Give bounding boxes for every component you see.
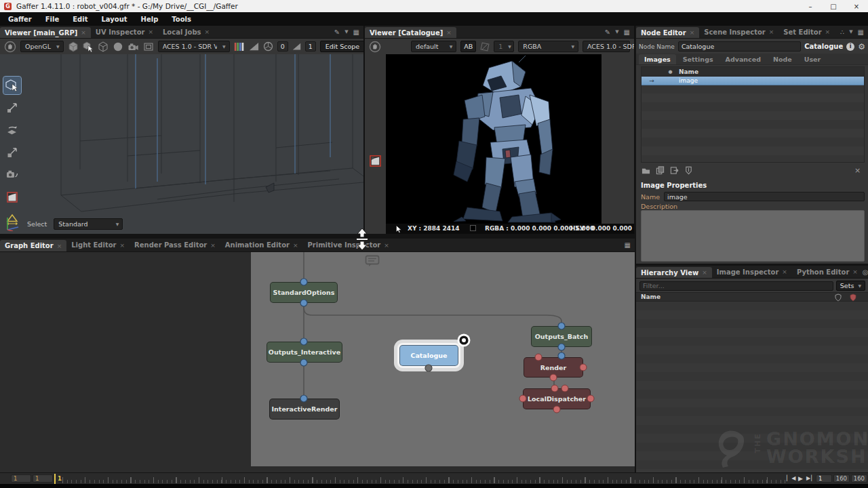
- exposure-field[interactable]: 0: [277, 41, 288, 52]
- node-outputs-interactive[interactable]: Outputs_Interactive: [267, 342, 342, 363]
- tab-render-pass-editor[interactable]: Render Pass Editor ×: [130, 239, 220, 251]
- go-to-end-button[interactable]: ▶▏: [806, 475, 816, 481]
- tab-light-editor[interactable]: Light Editor ×: [66, 239, 130, 251]
- maximize-button[interactable]: □: [822, 0, 845, 12]
- image-name-field[interactable]: image: [664, 192, 865, 201]
- close-icon[interactable]: ×: [769, 28, 774, 35]
- rotate-tool[interactable]: [3, 121, 21, 139]
- tab-set-editor[interactable]: Set Editor ×: [778, 26, 835, 38]
- display-window-icon[interactable]: [369, 155, 382, 167]
- tab-viewer-catalogue[interactable]: Viewer [Catalogue] ×: [365, 27, 456, 38]
- crop-tool[interactable]: [3, 188, 21, 206]
- layout-grid-icon[interactable]: ▦: [624, 28, 630, 36]
- scale-tool[interactable]: [3, 144, 21, 161]
- follow-focus-icon[interactable]: ◎: [863, 268, 868, 276]
- menu-gaffer[interactable]: Gaffer: [8, 16, 32, 23]
- gear-icon[interactable]: ⚙: [858, 42, 865, 52]
- tab-uv-inspector[interactable]: UV Inspector ×: [91, 26, 158, 38]
- close-icon[interactable]: ×: [446, 29, 452, 36]
- camera-icon[interactable]: [127, 41, 139, 52]
- close-icon[interactable]: ×: [825, 28, 831, 35]
- close-icon[interactable]: ×: [205, 28, 210, 35]
- gamma-icon[interactable]: [292, 42, 301, 51]
- graph-canvas[interactable]: StandardOptions Outputs_Interactive Inte…: [0, 252, 635, 472]
- inclusions-icon[interactable]: [834, 293, 842, 302]
- chevron-down-icon[interactable]: ▼: [615, 29, 618, 35]
- tab-node-editor[interactable]: Node Editor ×: [636, 27, 699, 38]
- tab-graph-editor[interactable]: Graph Editor ×: [0, 240, 66, 251]
- info-icon[interactable]: i: [846, 43, 854, 51]
- close-icon[interactable]: ×: [81, 29, 86, 36]
- catalogue-image-view[interactable]: [386, 54, 601, 224]
- annotation-bubble-icon[interactable]: [365, 255, 380, 267]
- pause-viewport-icon[interactable]: [4, 41, 16, 53]
- menu-edit[interactable]: Edit: [73, 16, 87, 23]
- pin-editor-icon[interactable]: ✎: [334, 28, 340, 36]
- close-icon[interactable]: ×: [852, 268, 858, 275]
- add-image-icon[interactable]: [642, 166, 650, 175]
- editor-focus-icon[interactable]: ∴: [840, 28, 844, 36]
- select-mode-icon[interactable]: [83, 41, 94, 52]
- frame-start-field[interactable]: 1: [11, 474, 31, 483]
- node-interactiverender[interactable]: InteractiveRender: [269, 399, 340, 420]
- pin-editor-icon[interactable]: ✎: [605, 28, 610, 36]
- duplicate-image-icon[interactable]: [656, 166, 665, 175]
- menu-tools[interactable]: Tools: [172, 16, 191, 23]
- play-button[interactable]: ▶: [798, 475, 804, 482]
- close-icon[interactable]: ×: [210, 242, 216, 249]
- tab-local-jobs[interactable]: Local Jobs ×: [158, 26, 214, 38]
- catalogue-image-dropdown[interactable]: default ▼: [411, 41, 456, 52]
- image-list-row[interactable]: → image: [642, 77, 864, 85]
- close-icon[interactable]: ×: [57, 243, 62, 249]
- pause-viewport-icon[interactable]: [369, 41, 381, 53]
- close-icon[interactable]: ×: [293, 242, 298, 249]
- extract-image-icon[interactable]: [684, 166, 693, 175]
- export-image-icon[interactable]: [670, 166, 679, 175]
- ab-compare-button[interactable]: AB: [460, 41, 476, 52]
- viewport-3d[interactable]: [0, 54, 363, 234]
- channel-bars-icon[interactable]: [234, 41, 245, 52]
- tab-animation-editor[interactable]: Animation Editor ×: [220, 239, 303, 251]
- translate-tool[interactable]: [3, 99, 21, 117]
- layout-grid-icon[interactable]: ▦: [353, 28, 359, 36]
- close-icon[interactable]: ×: [782, 268, 787, 275]
- subtab-images[interactable]: Images: [639, 54, 676, 64]
- exclusions-icon[interactable]: [849, 293, 857, 302]
- wedge-index-dropdown[interactable]: 1 ▼: [494, 41, 514, 52]
- node-localdispatcher[interactable]: LocalDispatcher: [523, 388, 591, 409]
- frame-snap-field[interactable]: 1: [33, 474, 53, 483]
- subtab-advanced[interactable]: Advanced: [720, 54, 766, 64]
- vertical-splitter[interactable]: [635, 26, 636, 472]
- close-icon[interactable]: ×: [384, 242, 389, 249]
- tab-scene-inspector[interactable]: Scene Inspector ×: [699, 26, 778, 38]
- current-frame-field[interactable]: 1: [816, 474, 832, 483]
- menu-layout[interactable]: Layout: [101, 16, 127, 23]
- tab-viewer-main-grp[interactable]: Viewer [main_GRP] ×: [0, 27, 91, 38]
- subtab-settings[interactable]: Settings: [677, 54, 719, 64]
- playback-end-field[interactable]: 160: [851, 474, 867, 483]
- node-name-input[interactable]: [678, 41, 801, 52]
- channels-dropdown[interactable]: RGBA ▼: [518, 41, 578, 52]
- select-tool[interactable]: [3, 77, 21, 94]
- close-icon[interactable]: ×: [702, 269, 707, 276]
- sphere-display-icon[interactable]: [113, 41, 123, 52]
- wireframe-icon[interactable]: [98, 41, 108, 52]
- display-transform-dropdown[interactable]: ACES 1.0 - SDR Video ▼: [158, 41, 230, 52]
- timeline-ruler-major[interactable]: [62, 477, 785, 483]
- image-description-field[interactable]: [641, 210, 865, 262]
- close-icon[interactable]: ×: [690, 29, 695, 36]
- layout-grid-icon[interactable]: ▦: [858, 28, 864, 36]
- chevron-down-icon[interactable]: ▼: [344, 29, 348, 35]
- edit-scope-button[interactable]: Edit Scope ▼: [320, 41, 363, 52]
- wipe-icon[interactable]: [480, 42, 490, 52]
- subtab-user[interactable]: User: [799, 54, 827, 64]
- right-horizontal-splitter[interactable]: [636, 264, 868, 266]
- sets-button[interactable]: Sets ▼: [836, 281, 865, 291]
- node-render[interactable]: Render: [524, 357, 583, 378]
- remove-image-icon[interactable]: ×: [854, 166, 861, 175]
- hierarchy-body[interactable]: [636, 302, 868, 472]
- renderer-dropdown[interactable]: OpenGL ▼: [20, 41, 64, 52]
- filter-input[interactable]: [639, 281, 833, 291]
- camera-tool[interactable]: [3, 166, 21, 184]
- tab-primitive-inspector[interactable]: Primitive Inspector ×: [302, 239, 393, 251]
